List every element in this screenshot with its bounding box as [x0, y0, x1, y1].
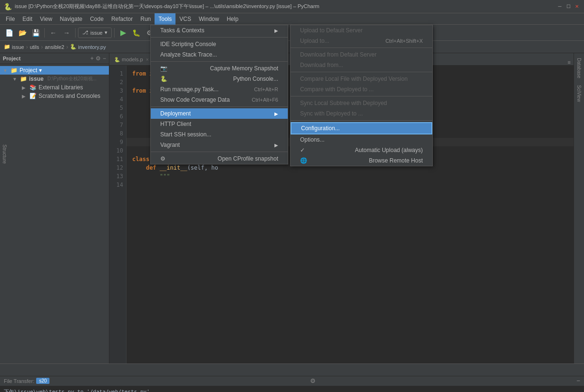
deploy-sync-to-item: Sync with Deployed to ...	[291, 108, 432, 119]
tools-analyze-item[interactable]: Analyze Stack Trace...	[151, 49, 288, 60]
file-transfer-close-button[interactable]: −	[576, 377, 580, 384]
tools-deployment-item[interactable]: Deployment ▶	[151, 108, 288, 119]
ssh-label: Start SSH session...	[160, 131, 211, 138]
tools-vagrant-item[interactable]: Vagrant ▶	[151, 140, 288, 150]
undo-button[interactable]: ←	[47, 27, 59, 39]
menu-file[interactable]: File	[2, 13, 19, 25]
sidebar-item-scratches[interactable]: ▶ 📝 Scratches and Consoles	[0, 92, 109, 100]
bottom-panel: File Transfer: s20 ⚙ − 下午\issue\web\test…	[0, 363, 584, 392]
log-line-1: 下午\issue\web\tests.py to '/data/web/test…	[4, 388, 580, 392]
sidebar-item-external-libs[interactable]: ▶ 📚 External Libraries	[0, 83, 109, 92]
ext-libs-icon: 📚	[29, 84, 37, 91]
deploy-configuration-item[interactable]: Configuration...	[291, 122, 432, 134]
sidebar-ext-libs-label: External Libraries	[39, 84, 83, 91]
project-icon: 📁	[4, 44, 10, 50]
deployment-arrow-icon: ▶	[274, 111, 278, 116]
menu-tools[interactable]: Tools	[155, 13, 175, 25]
run-manage-label: Run manage.py Task...	[160, 86, 219, 93]
more-tabs-button[interactable]: ≡	[565, 59, 574, 65]
sidebar-scratches-label: Scratches and Consoles	[39, 93, 100, 99]
vagrant-label: Vagrant	[160, 142, 180, 148]
sidebar-layout-button[interactable]: ⚙	[96, 55, 101, 62]
tools-run-manage-item[interactable]: Run manage.py Task... Ctrl+Alt+R	[151, 84, 288, 95]
vagrant-arrow-icon: ▶	[274, 143, 278, 148]
project-folder-icon: 📁	[10, 67, 18, 74]
new-file-button[interactable]: 📄	[3, 27, 15, 39]
deploy-sync-local-item: Sync Local Subtree with Deployed	[291, 98, 432, 108]
tools-python-console-item[interactable]: 🐍 Python Console...	[151, 74, 288, 84]
upload-to-shortcut: Ctrl+Alt+Shift+X	[385, 38, 423, 44]
deploy-upload-default-item: Upload to Default Server	[291, 25, 432, 36]
issue-folder-icon: 📁	[20, 76, 27, 82]
deploy-browse-remote-item[interactable]: 🌐 Browse Remote Host	[291, 155, 432, 166]
sciview-panel-btn[interactable]: SciView	[574, 82, 584, 105]
auto-upload-check-icon: ✓	[300, 147, 305, 153]
file-transfer-settings-button[interactable]: ⚙	[310, 377, 316, 384]
menu-navigate[interactable]: Navigate	[56, 13, 86, 25]
maximize-button[interactable]: ☐	[565, 3, 572, 10]
tab-close-models[interactable]: ×	[146, 57, 149, 62]
structure-panel-btn[interactable]: Structure	[0, 143, 9, 166]
tab-models[interactable]: 🐍 models.p ×	[109, 54, 154, 65]
sidebar-minimize-button[interactable]: −	[103, 55, 106, 62]
tools-cprofile-item[interactable]: ⚙ Open CProfile snapshot	[151, 153, 288, 164]
tools-coverage-item[interactable]: Show Code Coverage Data Ctrl+Alt+F6	[151, 95, 288, 105]
redo-button[interactable]: →	[60, 27, 73, 39]
deploy-download-default-item: Download from Default Server	[291, 49, 432, 60]
menu-edit[interactable]: Edit	[19, 13, 36, 25]
sidebar-issue-label: issue	[29, 76, 44, 82]
sidebar-project-label: Project ▾	[19, 67, 42, 74]
capture-icon: 📷	[160, 65, 167, 72]
tools-capture-item[interactable]: 📷 Capture Memory Snapshot	[151, 63, 288, 74]
deploy-sep2	[291, 72, 432, 72]
menu-help[interactable]: Help	[223, 13, 243, 25]
tree-arrow-issue: ▼	[12, 76, 18, 82]
sidebar-add-button[interactable]: +	[90, 55, 94, 62]
nav-utils[interactable]: utils	[30, 44, 39, 50]
configuration-label: Configuration...	[301, 125, 340, 132]
minimize-button[interactable]: ─	[556, 3, 563, 10]
deploy-upload-to-item: Upload to... Ctrl+Alt+Shift+X	[291, 36, 432, 46]
nav-sep1: ›	[26, 44, 28, 50]
debug-button[interactable]: 🐛	[130, 27, 143, 39]
branch-icon: ⎇	[82, 29, 88, 36]
tools-ssh-item[interactable]: Start SSH session...	[151, 129, 288, 140]
download-from-label: Download from...	[300, 62, 343, 68]
deploy-sep4	[291, 120, 432, 121]
nav-ansible2[interactable]: ansible2	[45, 44, 64, 50]
tools-ide-scripting-item[interactable]: IDE Scripting Console	[151, 39, 288, 49]
sidebar-item-issue[interactable]: ▼ 📁 issue D:\Python全栈20期视...	[0, 75, 109, 83]
app-icon: 🐍	[4, 3, 12, 10]
menu-view[interactable]: View	[36, 13, 56, 25]
menu-window[interactable]: Window	[195, 13, 223, 25]
browse-remote-label: Browse Remote Host	[369, 157, 423, 164]
tools-sep4	[151, 152, 288, 152]
branch-selector[interactable]: ⎇ issue ▾	[78, 28, 112, 38]
deploy-options-item[interactable]: Options...	[291, 134, 432, 145]
file-transfer-label: File Transfer:	[4, 378, 34, 384]
tree-arrow-project: ▼	[3, 68, 9, 73]
python-console-item-icon: 🐍	[160, 76, 167, 82]
menu-run[interactable]: Run	[136, 13, 155, 25]
save-button[interactable]: 💾	[29, 27, 42, 39]
deploy-download-from-item: Download from...	[291, 60, 432, 70]
menu-refactor[interactable]: Refactor	[107, 13, 136, 25]
deploy-auto-upload-item[interactable]: ✓ Automatic Upload (always)	[291, 145, 432, 155]
cprofile-icon: ⚙	[160, 155, 165, 162]
database-panel-btn[interactable]: Database	[574, 55, 584, 81]
tab-icon-models: 🐍	[114, 57, 120, 62]
menu-vcs[interactable]: VCS	[175, 13, 195, 25]
tools-http-item[interactable]: HTTP Client	[151, 119, 288, 129]
options-label: Options...	[300, 136, 324, 143]
analyze-label: Analyze Stack Trace...	[160, 51, 217, 58]
tasks-arrow-icon: ▶	[274, 28, 278, 33]
run-button[interactable]: ▶	[117, 27, 129, 39]
deployment-submenu: Upload to Default Server Upload to... Ct…	[290, 25, 433, 166]
close-button[interactable]: ✕	[574, 3, 580, 10]
open-button[interactable]: 📂	[16, 27, 29, 39]
file-icon: 🐍	[70, 44, 77, 50]
menu-code[interactable]: Code	[86, 13, 107, 25]
nav-project-label[interactable]: issue	[12, 44, 24, 50]
tools-tasks-item[interactable]: Tasks & Contexts ▶	[151, 25, 288, 36]
sidebar-item-project[interactable]: ▼ 📁 Project ▾	[0, 66, 109, 75]
